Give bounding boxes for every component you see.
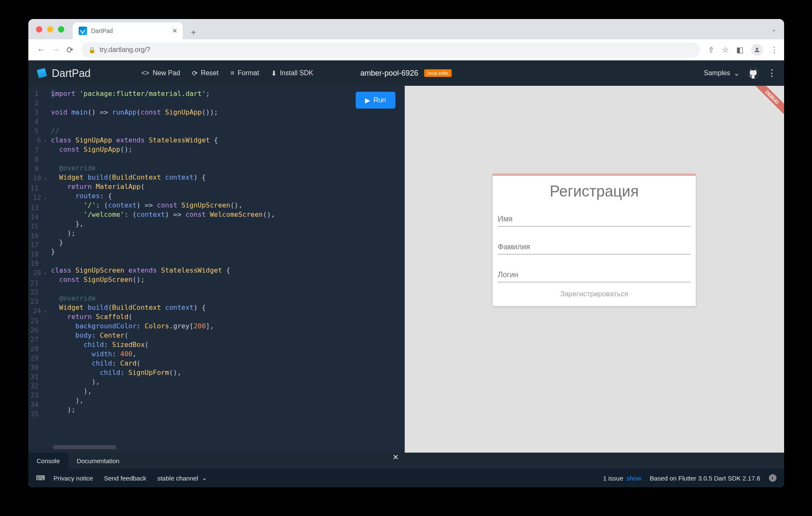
maximize-window-button[interactable]: [58, 26, 64, 33]
download-icon: ⬇: [271, 69, 277, 77]
install-sdk-label: Install SDK: [280, 69, 313, 77]
dart-logo-icon: [33, 65, 49, 81]
lock-icon: 🔒: [88, 46, 96, 53]
close-window-button[interactable]: [36, 26, 42, 33]
issues-indicator[interactable]: 1 issue show: [603, 475, 642, 482]
reset-label: Reset: [201, 69, 219, 77]
topbar: DartPad <> New Pad ⟳ Reset ≡ Format ⬇ In…: [28, 60, 784, 86]
reset-button[interactable]: ⟳ Reset: [192, 69, 219, 77]
editor-pane: ▶ Run 1 2 3 4 5 6 ▾7 8 9 10 ▾11 12 ▾13 1…: [28, 86, 405, 453]
card-title: Регистрация: [498, 183, 691, 200]
run-button[interactable]: ▶ Run: [356, 92, 395, 109]
sdk-version-text: Based on Flutter 3.0.5 Dart SDK 2.17.6: [650, 475, 760, 482]
install-sdk-button[interactable]: ⬇ Install SDK: [271, 69, 313, 77]
documentation-tab[interactable]: Documentation: [69, 453, 128, 469]
card-progress-bar: [493, 174, 696, 176]
share-icon[interactable]: ⇧: [708, 45, 714, 55]
code-editor[interactable]: 1 2 3 4 5 6 ▾7 8 9 10 ▾11 12 ▾13 14 15 1…: [28, 86, 405, 453]
forward-button[interactable]: →: [49, 43, 63, 57]
debug-banner: [750, 86, 784, 120]
bottombar: ⌨ Privacy notice Send feedback stable ch…: [28, 469, 784, 487]
privacy-link[interactable]: Privacy notice: [54, 475, 93, 482]
samples-dropdown[interactable]: Samples ⌄: [704, 69, 739, 77]
extensions-icon[interactable]: ◧: [736, 45, 743, 55]
back-button[interactable]: ←: [34, 43, 49, 57]
format-label: Format: [238, 69, 259, 77]
line-gutter: 1 2 3 4 5 6 ▾7 8 9 10 ▾11 12 ▾13 14 15 1…: [28, 89, 51, 453]
format-button[interactable]: ≡ Format: [230, 69, 259, 77]
run-label: Run: [373, 96, 386, 104]
close-panel-button[interactable]: ✕: [392, 453, 399, 469]
project-name[interactable]: amber-pool-6926: [360, 69, 418, 78]
console-tab-label: Console: [37, 457, 60, 464]
play-icon: ▶: [365, 96, 370, 104]
code-lines[interactable]: import 'package:flutter/material.dart'; …: [51, 89, 405, 453]
code-icon: <>: [141, 69, 149, 77]
project-name-group: amber-pool-6926 local edits: [360, 69, 452, 78]
tab-overflow-button[interactable]: ⌄: [771, 26, 776, 33]
keyboard-icon[interactable]: ⌨: [36, 474, 45, 482]
first-name-field[interactable]: [498, 210, 691, 227]
channel-selector[interactable]: stable channel ⌄: [157, 474, 207, 482]
console-tab[interactable]: Console: [28, 453, 69, 469]
dart-favicon-icon: [79, 27, 87, 35]
tab-title: DartPad: [91, 27, 113, 34]
preview-pane: Регистрация Зарегистрироваться: [405, 86, 784, 453]
close-tab-button[interactable]: ✕: [172, 27, 178, 35]
browser-tab[interactable]: DartPad ✕: [73, 22, 183, 39]
app-container: DartPad <> New Pad ⟳ Reset ≡ Format ⬇ In…: [28, 60, 784, 487]
more-menu-button[interactable]: ⋮: [767, 68, 776, 79]
footer-tabs: Console Documentation ✕: [28, 453, 784, 469]
minimize-window-button[interactable]: [47, 26, 53, 33]
browser-tab-bar: DartPad ✕ + ⌄: [28, 19, 784, 39]
chevron-down-icon: ⌄: [202, 474, 207, 482]
feedback-link[interactable]: Send feedback: [104, 475, 146, 482]
show-issues-link[interactable]: show: [626, 475, 641, 482]
browser-window: DartPad ✕ + ⌄ ← → ⟳ 🔒 try.dartlang.org/?…: [28, 19, 784, 487]
browser-extension-icons: ⇧ ☆ ◧ ⋮: [705, 44, 778, 56]
app-name: DartPad: [52, 67, 91, 79]
main-split: ▶ Run 1 2 3 4 5 6 ▾7 8 9 10 ▾11 12 ▾13 1…: [28, 86, 784, 453]
bookmark-icon[interactable]: ☆: [722, 45, 729, 55]
documentation-tab-label: Documentation: [77, 457, 120, 464]
address-bar-row: ← → ⟳ 🔒 try.dartlang.org/? ⇧ ☆ ◧ ⋮: [28, 39, 784, 60]
window-controls: [36, 26, 73, 33]
format-icon: ≡: [230, 69, 234, 77]
github-icon[interactable]: [748, 68, 759, 79]
reload-button[interactable]: ⟳: [63, 43, 77, 57]
profile-avatar[interactable]: [751, 44, 763, 56]
info-icon[interactable]: i: [769, 474, 776, 482]
signup-card: Регистрация Зарегистрироваться: [493, 174, 696, 306]
app-logo: DartPad: [36, 67, 91, 79]
new-pad-button[interactable]: <> New Pad: [141, 69, 180, 77]
browser-menu-button[interactable]: ⋮: [771, 45, 778, 55]
submit-button[interactable]: Зарегистрироваться: [498, 287, 691, 300]
samples-label: Samples: [704, 69, 730, 77]
issues-count: 1 issue: [603, 475, 623, 482]
url-text: try.dartlang.org/?: [100, 46, 151, 54]
last-name-field[interactable]: [498, 238, 691, 254]
new-tab-button[interactable]: +: [187, 26, 200, 39]
horizontal-scrollbar[interactable]: [53, 445, 116, 449]
channel-label: stable channel: [157, 475, 198, 482]
chevron-down-icon: ⌄: [734, 69, 739, 77]
local-edits-badge: local edits: [424, 69, 452, 77]
svg-point-0: [756, 47, 758, 49]
login-field[interactable]: [498, 266, 691, 282]
reset-icon: ⟳: [192, 69, 198, 77]
new-pad-label: New Pad: [153, 69, 180, 77]
url-bar[interactable]: 🔒 try.dartlang.org/?: [82, 42, 700, 57]
